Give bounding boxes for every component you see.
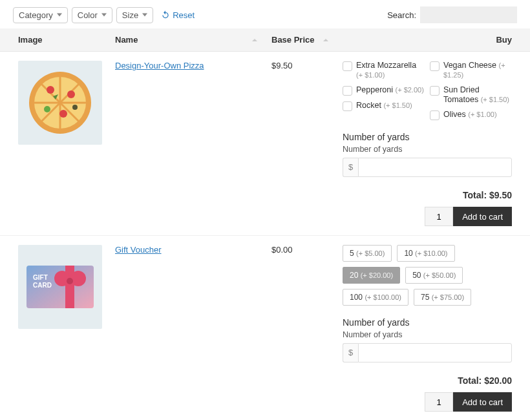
yards-title: Number of yards	[343, 317, 512, 328]
svg-point-16	[70, 271, 86, 286]
price-voucher: $0.00	[265, 236, 336, 421]
reset-label: Reset	[173, 10, 195, 20]
table-row: Design-Your-Own Pizza $9.50 Extra Mozzar…	[0, 52, 530, 236]
pizza-icon	[25, 67, 96, 138]
svg-point-17	[67, 278, 73, 284]
topping-option[interactable]: Olives (+ $1.00)	[430, 110, 512, 120]
product-link-pizza[interactable]: Design-Your-Own Pizza	[115, 61, 204, 70]
svg-point-10	[72, 105, 78, 110]
topping-option[interactable]: Pepperoni (+ $2.00)	[343, 85, 425, 96]
products-table: Image Name Base Price Buy	[0, 28, 530, 420]
filter-bar: Category Color Size Reset Search:	[0, 0, 530, 28]
svg-point-7	[67, 90, 75, 98]
yards-input[interactable]	[358, 158, 512, 177]
yards-sub: Number of yards	[343, 330, 512, 339]
currency-prefix: $	[343, 343, 358, 362]
col-image: Image	[0, 28, 109, 52]
svg-text:GIFT: GIFT	[33, 274, 48, 281]
search-wrap: Search:	[387, 6, 517, 23]
quantity-input[interactable]	[425, 392, 453, 412]
add-to-cart-button[interactable]: Add to cart	[453, 392, 512, 412]
quantity-input[interactable]	[425, 207, 453, 226]
product-image-pizza	[18, 61, 102, 145]
voucher-option[interactable]: 75 (+ $75.00)	[414, 289, 471, 306]
search-input[interactable]	[420, 6, 517, 23]
svg-point-9	[44, 106, 50, 112]
search-label: Search:	[387, 10, 416, 20]
voucher-option[interactable]: 10 (+ $10.00)	[397, 245, 454, 262]
topping-option[interactable]: Vegan Cheese (+ $1.25)	[430, 61, 512, 80]
currency-prefix: $	[343, 158, 358, 177]
product-image-voucher: GIFT CARD	[18, 245, 102, 329]
price-pizza: $9.50	[265, 52, 336, 236]
svg-rect-14	[65, 266, 74, 308]
svg-point-6	[47, 86, 54, 94]
yards-input[interactable]	[358, 343, 512, 362]
table-row: GIFT CARD Gift Voucher $0.00 5 (+ $5.00)…	[0, 236, 530, 421]
yards-sub: Number of yards	[343, 145, 512, 154]
color-dropdown[interactable]: Color	[72, 7, 112, 23]
giftcard-icon: GIFT CARD	[26, 266, 94, 308]
voucher-option[interactable]: 100 (+ $100.00)	[343, 289, 408, 306]
add-to-cart-button[interactable]: Add to cart	[453, 207, 512, 226]
svg-point-15	[54, 271, 70, 286]
topping-option[interactable]: Extra Mozzarella (+ $1.00)	[343, 61, 425, 80]
reset-button[interactable]: Reset	[161, 10, 195, 20]
col-base-price[interactable]: Base Price	[265, 28, 336, 52]
total-row: Total: $20.00	[343, 375, 512, 386]
voucher-option[interactable]: 50 (+ $50.00)	[405, 267, 463, 284]
size-dropdown[interactable]: Size	[116, 7, 153, 23]
topping-option[interactable]: Rocket (+ $1.50)	[343, 101, 425, 111]
topping-option[interactable]: Sun Dried Tomatoes (+ $1.50)	[430, 85, 512, 105]
total-row: Total: $9.50	[343, 190, 512, 200]
svg-point-8	[59, 110, 67, 118]
yards-title: Number of yards	[343, 132, 512, 142]
product-link-voucher[interactable]: Gift Voucher	[115, 245, 162, 255]
reset-icon	[161, 10, 170, 19]
voucher-option-selected[interactable]: 20 (+ $20.00)	[343, 267, 400, 284]
category-dropdown[interactable]: Category	[13, 7, 68, 23]
svg-text:CARD: CARD	[33, 282, 52, 289]
col-buy: Buy	[336, 28, 530, 52]
voucher-option[interactable]: 5 (+ $5.00)	[343, 245, 392, 262]
col-name[interactable]: Name	[109, 28, 265, 52]
